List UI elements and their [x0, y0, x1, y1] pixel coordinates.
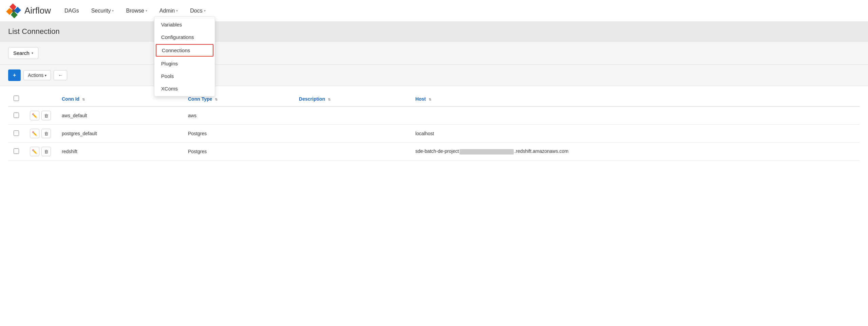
nav-item-browse: Browse ▾: [120, 5, 152, 17]
row2-host: localhost: [410, 125, 860, 143]
brand-name: Airflow: [24, 5, 51, 16]
table-row: ✏️ 🗑 aws_default aws: [8, 106, 860, 125]
row3-conn-id: redshift: [56, 143, 183, 161]
conn-id-sort-icon: ⇅: [82, 98, 85, 101]
actions-button[interactable]: Actions ▾: [23, 70, 51, 80]
header-description[interactable]: Description ⇅: [294, 91, 410, 106]
header-row-actions: [24, 91, 56, 106]
row1-conn-id: aws_default: [56, 106, 183, 125]
page-header: List Connection: [0, 22, 868, 42]
nav-link-admin[interactable]: Admin ▾: [154, 5, 183, 17]
main-nav: DAGs Security ▾ Browse ▾ Admin ▾ Variabl: [59, 5, 211, 17]
row3-checkbox-cell: [8, 143, 24, 161]
browse-caret-icon: ▾: [146, 9, 147, 13]
row1-description: [294, 106, 410, 125]
row3-actions: ✏️ 🗑: [30, 147, 51, 156]
table-header: Conn Id ⇅ Conn Type ⇅ Description ⇅ Host…: [8, 91, 860, 106]
admin-dropdown-menu: Variables Configurations Connections Plu…: [154, 17, 215, 97]
docs-caret-icon: ▾: [204, 9, 206, 13]
row1-host: [410, 106, 860, 125]
row2-delete-button[interactable]: 🗑: [41, 129, 51, 138]
add-button[interactable]: +: [8, 69, 21, 81]
dropdown-item-variables[interactable]: Variables: [154, 18, 215, 31]
back-button[interactable]: ←: [54, 70, 67, 80]
main-content: List Connection Search ▾ + Actions ▾ ←: [0, 22, 868, 161]
dropdown-item-configurations[interactable]: Configurations: [154, 31, 215, 43]
row1-actions: ✏️ 🗑: [30, 111, 51, 120]
row2-checkbox[interactable]: [14, 130, 19, 136]
header-select-all: [8, 91, 24, 106]
row2-conn-id: postgres_default: [56, 125, 183, 143]
redacted-host-block: [459, 149, 514, 155]
admin-caret-icon: ▾: [176, 9, 178, 13]
row3-checkbox[interactable]: [14, 148, 19, 154]
row2-conn-type: Postgres: [183, 125, 294, 143]
search-toolbar: Search ▾: [0, 42, 868, 65]
row1-checkbox-cell: [8, 106, 24, 125]
dropdown-item-plugins[interactable]: Plugins: [154, 57, 215, 70]
search-button[interactable]: Search ▾: [8, 47, 38, 59]
row2-description: [294, 125, 410, 143]
page-title: List Connection: [8, 27, 860, 36]
nav-item-docs: Docs ▾: [185, 5, 211, 17]
svg-point-0: [12, 9, 15, 12]
dropdown-item-connections[interactable]: Connections: [156, 44, 213, 57]
row2-checkbox-cell: [8, 125, 24, 143]
row1-checkbox[interactable]: [14, 113, 19, 118]
row3-edit-button[interactable]: ✏️: [30, 147, 39, 156]
row1-edit-button[interactable]: ✏️: [30, 111, 39, 120]
table-row: ✏️ 🗑 postgres_default Postgres localhost: [8, 125, 860, 143]
brand-logo[interactable]: Airflow: [5, 3, 51, 19]
row1-delete-button[interactable]: 🗑: [41, 111, 51, 120]
host-sort-icon: ⇅: [429, 98, 431, 101]
row2-actions-cell: ✏️ 🗑: [24, 125, 56, 143]
actions-caret-icon: ▾: [45, 74, 46, 77]
connections-table: Conn Id ⇅ Conn Type ⇅ Description ⇅ Host…: [8, 91, 860, 161]
airflow-logo-icon: [5, 3, 22, 19]
row3-delete-button[interactable]: 🗑: [41, 147, 51, 156]
nav-link-security[interactable]: Security ▾: [86, 5, 119, 17]
row1-actions-cell: ✏️ 🗑: [24, 106, 56, 125]
nav-item-security: Security ▾: [86, 5, 119, 17]
header-host[interactable]: Host ⇅: [410, 91, 860, 106]
description-sort-icon: ⇅: [328, 98, 331, 101]
table-body: ✏️ 🗑 aws_default aws: [8, 106, 860, 161]
row3-host: sde-batch-de-project.redshift.amazonaws.…: [410, 143, 860, 161]
dropdown-item-xcoms[interactable]: XComs: [154, 82, 215, 95]
row3-description: [294, 143, 410, 161]
navbar: Airflow DAGs Security ▾ Browse ▾ Admin ▾: [0, 0, 868, 22]
nav-link-dags[interactable]: DAGs: [59, 5, 84, 17]
nav-item-admin: Admin ▾ Variables Configurations Connect…: [154, 5, 183, 17]
connections-table-container: Conn Id ⇅ Conn Type ⇅ Description ⇅ Host…: [0, 91, 868, 161]
row1-conn-type: aws: [183, 106, 294, 125]
row2-edit-button[interactable]: ✏️: [30, 129, 39, 138]
select-all-checkbox[interactable]: [14, 96, 19, 101]
row3-actions-cell: ✏️ 🗑: [24, 143, 56, 161]
row2-actions: ✏️ 🗑: [30, 129, 51, 138]
row3-conn-type: Postgres: [183, 143, 294, 161]
nav-link-docs[interactable]: Docs ▾: [185, 5, 211, 17]
table-row: ✏️ 🗑 redshift Postgres sde-batch-de-proj…: [8, 143, 860, 161]
security-caret-icon: ▾: [112, 9, 114, 13]
dropdown-item-pools[interactable]: Pools: [154, 70, 215, 82]
actions-row: + Actions ▾ ←: [0, 65, 868, 86]
nav-item-dags: DAGs: [59, 5, 84, 17]
conn-type-sort-icon: ⇅: [215, 98, 218, 101]
nav-link-browse[interactable]: Browse ▾: [120, 5, 152, 17]
search-caret-icon: ▾: [32, 51, 33, 55]
table-header-row: Conn Id ⇅ Conn Type ⇅ Description ⇅ Host…: [8, 91, 860, 106]
